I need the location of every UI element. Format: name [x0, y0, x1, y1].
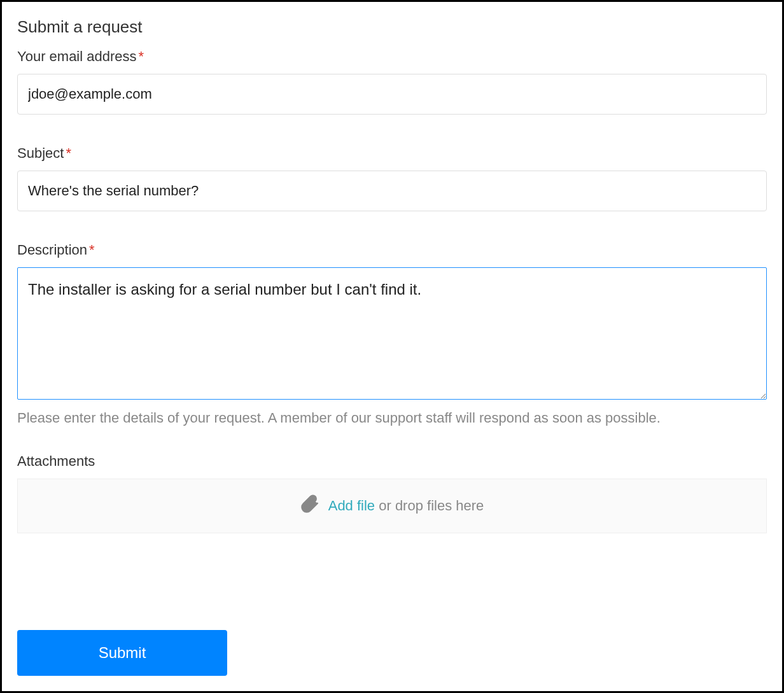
- submit-button[interactable]: Submit: [17, 630, 227, 676]
- description-field-group: Description* Please enter the details of…: [17, 242, 767, 426]
- drop-files-text: or drop files here: [375, 498, 484, 514]
- attachments-field-group: Attachments Add file or drop files here: [17, 453, 767, 533]
- subject-label-text: Subject: [17, 145, 64, 161]
- add-file-link[interactable]: Add file: [328, 498, 375, 514]
- description-label-text: Description: [17, 242, 87, 258]
- description-textarea[interactable]: [17, 267, 767, 400]
- paperclip-icon: [300, 494, 319, 517]
- email-field-group: Your email address*: [17, 48, 767, 115]
- email-input[interactable]: [17, 74, 767, 115]
- subject-input[interactable]: [17, 171, 767, 211]
- required-indicator: *: [89, 242, 95, 258]
- subject-label: Subject*: [17, 145, 767, 162]
- email-label-text: Your email address: [17, 48, 137, 64]
- page-title: Submit a request: [17, 17, 767, 37]
- request-form-container: Submit a request Your email address* Sub…: [0, 0, 784, 693]
- email-label: Your email address*: [17, 48, 767, 65]
- description-help-text: Please enter the details of your request…: [17, 410, 767, 426]
- required-indicator: *: [66, 145, 71, 161]
- subject-field-group: Subject*: [17, 145, 767, 211]
- attachments-dropzone[interactable]: Add file or drop files here: [17, 479, 767, 533]
- description-label: Description*: [17, 242, 767, 258]
- attachments-label: Attachments: [17, 453, 767, 470]
- required-indicator: *: [139, 48, 144, 64]
